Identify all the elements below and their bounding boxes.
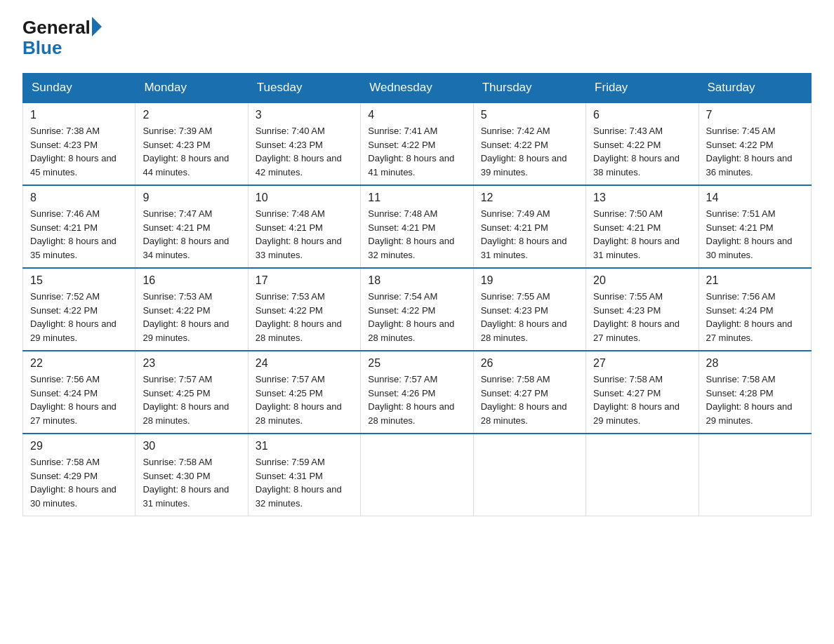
calendar-cell xyxy=(699,434,811,516)
day-info: Sunrise: 7:59 AM Sunset: 4:31 PM Dayligh… xyxy=(256,455,353,510)
weekday-header-friday: Friday xyxy=(586,74,699,103)
calendar-cell: 16 Sunrise: 7:53 AM Sunset: 4:22 PM Dayl… xyxy=(135,268,248,351)
day-number: 19 xyxy=(481,274,578,287)
day-info: Sunrise: 7:49 AM Sunset: 4:21 PM Dayligh… xyxy=(481,207,578,262)
calendar-cell: 30 Sunrise: 7:58 AM Sunset: 4:30 PM Dayl… xyxy=(135,434,248,516)
day-number: 2 xyxy=(143,109,240,121)
calendar-cell: 14 Sunrise: 7:51 AM Sunset: 4:21 PM Dayl… xyxy=(699,185,811,268)
calendar-cell: 22 Sunrise: 7:56 AM Sunset: 4:24 PM Dayl… xyxy=(23,351,135,434)
calendar-cell: 23 Sunrise: 7:57 AM Sunset: 4:25 PM Dayl… xyxy=(135,351,248,434)
day-info: Sunrise: 7:47 AM Sunset: 4:21 PM Dayligh… xyxy=(143,207,240,262)
day-info: Sunrise: 7:48 AM Sunset: 4:21 PM Dayligh… xyxy=(256,207,353,262)
calendar-cell: 3 Sunrise: 7:40 AM Sunset: 4:23 PM Dayli… xyxy=(248,102,360,185)
day-info: Sunrise: 7:46 AM Sunset: 4:21 PM Dayligh… xyxy=(30,207,128,262)
day-number: 15 xyxy=(30,274,128,287)
calendar-cell: 25 Sunrise: 7:57 AM Sunset: 4:26 PM Dayl… xyxy=(361,351,473,434)
day-info: Sunrise: 7:53 AM Sunset: 4:22 PM Dayligh… xyxy=(256,290,353,344)
day-number: 14 xyxy=(706,192,804,204)
day-info: Sunrise: 7:57 AM Sunset: 4:26 PM Dayligh… xyxy=(368,373,465,427)
day-number: 31 xyxy=(256,440,353,452)
calendar-header-row: SundayMondayTuesdayWednesdayThursdayFrid… xyxy=(23,74,812,103)
weekday-header-thursday: Thursday xyxy=(473,74,585,103)
day-number: 7 xyxy=(706,109,804,121)
day-info: Sunrise: 7:57 AM Sunset: 4:25 PM Dayligh… xyxy=(256,373,353,427)
day-info: Sunrise: 7:51 AM Sunset: 4:21 PM Dayligh… xyxy=(706,207,804,262)
day-info: Sunrise: 7:52 AM Sunset: 4:22 PM Dayligh… xyxy=(30,290,128,344)
logo: General Blue xyxy=(22,17,102,59)
calendar-week-4: 22 Sunrise: 7:56 AM Sunset: 4:24 PM Dayl… xyxy=(23,351,812,434)
calendar-week-5: 29 Sunrise: 7:58 AM Sunset: 4:29 PM Dayl… xyxy=(23,434,812,516)
day-info: Sunrise: 7:56 AM Sunset: 4:24 PM Dayligh… xyxy=(706,290,804,344)
weekday-header-monday: Monday xyxy=(135,74,248,103)
day-info: Sunrise: 7:55 AM Sunset: 4:23 PM Dayligh… xyxy=(481,290,578,344)
calendar-cell: 24 Sunrise: 7:57 AM Sunset: 4:25 PM Dayl… xyxy=(248,351,360,434)
calendar-cell: 27 Sunrise: 7:58 AM Sunset: 4:27 PM Dayl… xyxy=(586,351,699,434)
day-info: Sunrise: 7:38 AM Sunset: 4:23 PM Dayligh… xyxy=(30,124,128,179)
day-info: Sunrise: 7:58 AM Sunset: 4:29 PM Dayligh… xyxy=(30,455,128,510)
day-number: 23 xyxy=(143,357,240,370)
weekday-header-sunday: Sunday xyxy=(23,74,135,103)
day-info: Sunrise: 7:58 AM Sunset: 4:27 PM Dayligh… xyxy=(481,373,578,427)
day-info: Sunrise: 7:41 AM Sunset: 4:22 PM Dayligh… xyxy=(368,124,465,179)
day-number: 8 xyxy=(30,192,128,204)
day-info: Sunrise: 7:48 AM Sunset: 4:21 PM Dayligh… xyxy=(368,207,465,262)
calendar-cell: 9 Sunrise: 7:47 AM Sunset: 4:21 PM Dayli… xyxy=(135,185,248,268)
day-number: 3 xyxy=(256,109,353,121)
calendar-cell: 6 Sunrise: 7:43 AM Sunset: 4:22 PM Dayli… xyxy=(586,102,699,185)
day-number: 18 xyxy=(368,274,465,287)
calendar-cell: 2 Sunrise: 7:39 AM Sunset: 4:23 PM Dayli… xyxy=(135,102,248,185)
day-info: Sunrise: 7:42 AM Sunset: 4:22 PM Dayligh… xyxy=(481,124,578,179)
calendar-cell: 5 Sunrise: 7:42 AM Sunset: 4:22 PM Dayli… xyxy=(473,102,585,185)
day-info: Sunrise: 7:58 AM Sunset: 4:27 PM Dayligh… xyxy=(593,373,691,427)
day-number: 11 xyxy=(368,192,465,204)
day-number: 13 xyxy=(593,192,691,204)
day-info: Sunrise: 7:45 AM Sunset: 4:22 PM Dayligh… xyxy=(706,124,804,179)
calendar-cell: 21 Sunrise: 7:56 AM Sunset: 4:24 PM Dayl… xyxy=(699,268,811,351)
calendar-cell: 12 Sunrise: 7:49 AM Sunset: 4:21 PM Dayl… xyxy=(473,185,585,268)
calendar-cell: 28 Sunrise: 7:58 AM Sunset: 4:28 PM Dayl… xyxy=(699,351,811,434)
day-number: 25 xyxy=(368,357,465,370)
day-info: Sunrise: 7:57 AM Sunset: 4:25 PM Dayligh… xyxy=(143,373,240,427)
day-number: 27 xyxy=(593,357,691,370)
day-number: 29 xyxy=(30,440,128,452)
day-info: Sunrise: 7:56 AM Sunset: 4:24 PM Dayligh… xyxy=(30,373,128,427)
day-number: 1 xyxy=(30,109,128,121)
calendar-cell xyxy=(586,434,699,516)
calendar-cell: 8 Sunrise: 7:46 AM Sunset: 4:21 PM Dayli… xyxy=(23,185,135,268)
calendar-week-2: 8 Sunrise: 7:46 AM Sunset: 4:21 PM Dayli… xyxy=(23,185,812,268)
day-info: Sunrise: 7:53 AM Sunset: 4:22 PM Dayligh… xyxy=(143,290,240,344)
calendar-cell: 18 Sunrise: 7:54 AM Sunset: 4:22 PM Dayl… xyxy=(361,268,473,351)
calendar-cell: 1 Sunrise: 7:38 AM Sunset: 4:23 PM Dayli… xyxy=(23,102,135,185)
day-number: 9 xyxy=(143,192,240,204)
calendar-cell: 17 Sunrise: 7:53 AM Sunset: 4:22 PM Dayl… xyxy=(248,268,360,351)
day-info: Sunrise: 7:43 AM Sunset: 4:22 PM Dayligh… xyxy=(593,124,691,179)
page-header: General Blue xyxy=(22,17,812,59)
calendar-cell: 13 Sunrise: 7:50 AM Sunset: 4:21 PM Dayl… xyxy=(586,185,699,268)
day-number: 10 xyxy=(256,192,353,204)
calendar-cell: 10 Sunrise: 7:48 AM Sunset: 4:21 PM Dayl… xyxy=(248,185,360,268)
day-info: Sunrise: 7:50 AM Sunset: 4:21 PM Dayligh… xyxy=(593,207,691,262)
day-number: 4 xyxy=(368,109,465,121)
day-number: 6 xyxy=(593,109,691,121)
calendar-table: SundayMondayTuesdayWednesdayThursdayFrid… xyxy=(22,73,812,516)
day-number: 24 xyxy=(256,357,353,370)
calendar-cell: 26 Sunrise: 7:58 AM Sunset: 4:27 PM Dayl… xyxy=(473,351,585,434)
calendar-cell: 19 Sunrise: 7:55 AM Sunset: 4:23 PM Dayl… xyxy=(473,268,585,351)
day-info: Sunrise: 7:40 AM Sunset: 4:23 PM Dayligh… xyxy=(256,124,353,179)
day-info: Sunrise: 7:58 AM Sunset: 4:30 PM Dayligh… xyxy=(143,455,240,510)
weekday-header-wednesday: Wednesday xyxy=(361,74,473,103)
calendar-cell xyxy=(361,434,473,516)
calendar-cell: 7 Sunrise: 7:45 AM Sunset: 4:22 PM Dayli… xyxy=(699,102,811,185)
calendar-cell xyxy=(473,434,585,516)
day-number: 16 xyxy=(143,274,240,287)
logo-blue-text: Blue xyxy=(22,37,62,59)
calendar-cell: 11 Sunrise: 7:48 AM Sunset: 4:21 PM Dayl… xyxy=(361,185,473,268)
weekday-header-saturday: Saturday xyxy=(699,74,811,103)
day-number: 20 xyxy=(593,274,691,287)
day-info: Sunrise: 7:58 AM Sunset: 4:28 PM Dayligh… xyxy=(706,373,804,427)
day-number: 30 xyxy=(143,440,240,452)
calendar-cell: 4 Sunrise: 7:41 AM Sunset: 4:22 PM Dayli… xyxy=(361,102,473,185)
day-number: 26 xyxy=(481,357,578,370)
day-info: Sunrise: 7:39 AM Sunset: 4:23 PM Dayligh… xyxy=(143,124,240,179)
day-info: Sunrise: 7:54 AM Sunset: 4:22 PM Dayligh… xyxy=(368,290,465,344)
